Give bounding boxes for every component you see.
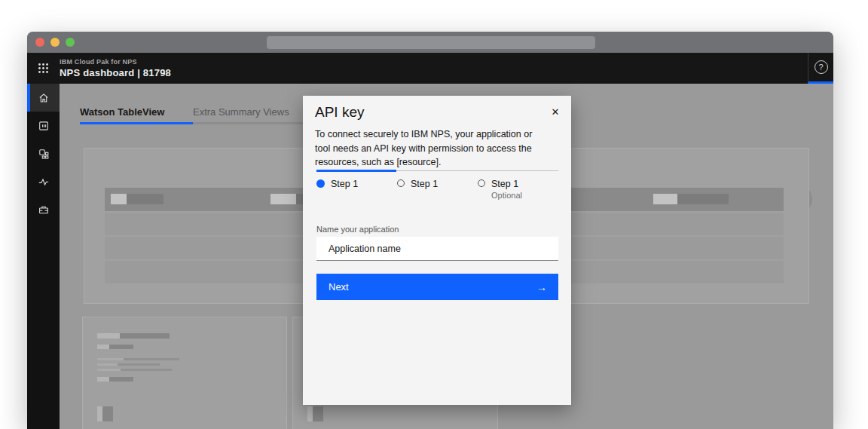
tab-bar: Watson TableView Extra Summary Views bbox=[80, 102, 307, 124]
skeleton-thumbnail bbox=[97, 406, 286, 421]
nodes-icon bbox=[38, 148, 50, 160]
next-button-label: Next bbox=[329, 281, 349, 293]
sidebar-item-toolbox[interactable] bbox=[27, 195, 60, 223]
sidebar-item-home[interactable] bbox=[27, 84, 60, 112]
progress-indicator: Step 1 Step 1 Step 1 Optional bbox=[316, 170, 558, 200]
report-icon bbox=[38, 120, 50, 132]
sidebar-item-activity[interactable] bbox=[27, 167, 60, 195]
skeleton-line bbox=[97, 369, 286, 371]
arrow-right-icon: → bbox=[536, 281, 547, 293]
close-icon[interactable]: ✕ bbox=[542, 99, 568, 124]
tab-watson-tableview[interactable]: Watson TableView bbox=[80, 102, 193, 124]
skeleton-header-bar bbox=[653, 194, 729, 204]
progress-step-1[interactable]: Step 1 bbox=[316, 179, 397, 200]
header-titles: IBM Cloud Pak for NPS NPS dashboard | 81… bbox=[60, 53, 171, 84]
step-filled-circle-icon bbox=[316, 179, 325, 188]
api-key-modal: ✕ API key To connect securely to IBM NPS… bbox=[303, 96, 571, 405]
app-header: IBM Cloud Pak for NPS NPS dashboard | 81… bbox=[27, 53, 833, 84]
left-nav bbox=[27, 84, 60, 429]
skeleton-line bbox=[97, 333, 286, 339]
minimize-window-button[interactable] bbox=[50, 38, 60, 47]
zoom-window-button[interactable] bbox=[66, 38, 75, 47]
sidebar-item-report[interactable] bbox=[27, 112, 60, 139]
activity-icon bbox=[38, 176, 50, 188]
toolbox-icon bbox=[38, 204, 50, 216]
help-icon: ? bbox=[815, 60, 828, 74]
home-icon bbox=[38, 92, 50, 104]
step-label: Step 1 bbox=[331, 179, 358, 200]
skeleton-thumbnail bbox=[307, 406, 497, 421]
progress-current-segment bbox=[316, 170, 396, 172]
step-empty-circle-icon bbox=[478, 179, 485, 187]
application-name-label: Name your application bbox=[316, 225, 399, 234]
skeleton-header-bar bbox=[111, 194, 164, 204]
window-controls bbox=[35, 38, 75, 47]
skeleton-line bbox=[97, 377, 286, 382]
step-optional-label: Optional bbox=[491, 191, 522, 200]
page-root: IBM Cloud Pak for NPS NPS dashboard | 81… bbox=[0, 0, 868, 429]
app-switcher-button[interactable] bbox=[27, 53, 60, 84]
next-button[interactable]: Next → bbox=[316, 274, 558, 300]
progress-step-3[interactable]: Step 1 Optional bbox=[478, 179, 558, 200]
skeleton-line bbox=[97, 358, 286, 360]
sidebar-item-resources[interactable] bbox=[27, 139, 60, 167]
application-name-input[interactable] bbox=[316, 237, 558, 261]
progress-track bbox=[316, 170, 558, 172]
modal-title: API key bbox=[303, 96, 571, 121]
step-label-group: Step 1 Optional bbox=[491, 179, 522, 200]
grid-icon bbox=[38, 63, 49, 74]
skeleton-line bbox=[97, 363, 286, 366]
help-button[interactable]: ? bbox=[808, 53, 833, 84]
modal-description: To connect securely to IBM NPS, your app… bbox=[315, 127, 547, 170]
browser-chrome bbox=[27, 32, 833, 53]
step-empty-circle-icon bbox=[397, 179, 405, 187]
address-bar[interactable] bbox=[267, 36, 595, 49]
card-skeleton bbox=[82, 317, 287, 429]
header-eyebrow: IBM Cloud Pak for NPS bbox=[60, 58, 171, 66]
tab-extra-summary-views[interactable]: Extra Summary Views bbox=[193, 102, 307, 124]
step-label: Step 1 bbox=[411, 179, 438, 200]
progress-steps: Step 1 Step 1 Step 1 Optional bbox=[316, 179, 558, 200]
page-title: NPS dashboard | 81798 bbox=[60, 67, 171, 78]
progress-step-2[interactable]: Step 1 bbox=[397, 179, 478, 200]
close-window-button[interactable] bbox=[35, 38, 44, 47]
step-label: Step 1 bbox=[491, 179, 522, 189]
skeleton-line bbox=[97, 345, 286, 349]
